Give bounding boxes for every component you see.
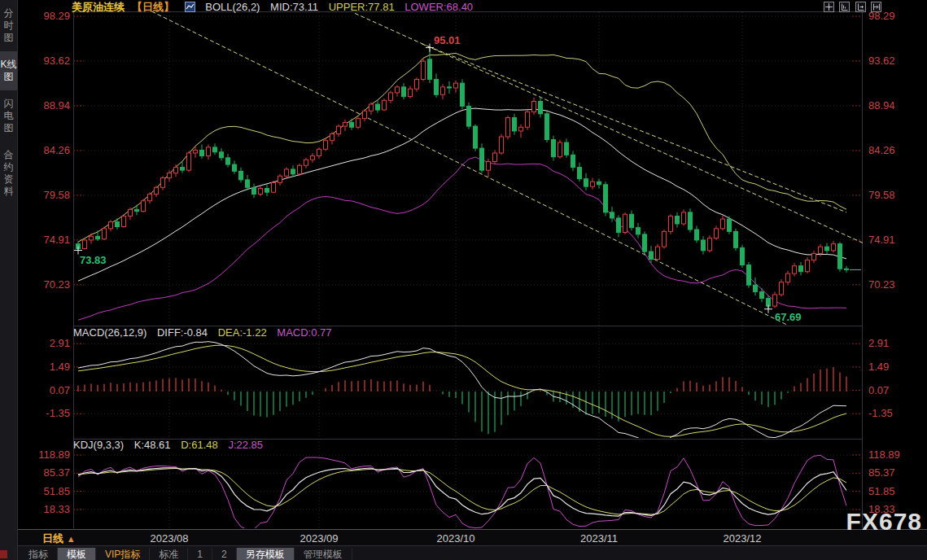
- pane-add-icon[interactable]: [871, 2, 881, 12]
- kdj-j-readout: J:22.85: [228, 439, 263, 451]
- candle-body: [461, 83, 465, 106]
- y-axis-label: -1.35: [866, 407, 925, 419]
- candle-body: [747, 265, 751, 286]
- candle-body: [168, 173, 172, 178]
- candle-body: [376, 104, 380, 110]
- candle-body: [480, 148, 484, 170]
- candle-body: [337, 126, 341, 133]
- y-axis-label: 51.85: [866, 485, 925, 497]
- candle-body: [597, 182, 601, 185]
- x-axis-date-label: 2023/08: [143, 532, 195, 545]
- candle-body: [689, 212, 693, 230]
- period-select-button[interactable]: 日线 ▲: [42, 532, 76, 546]
- candle-body: [155, 187, 159, 194]
- y-axis-label: 2.91: [866, 337, 925, 349]
- candle-body: [571, 155, 575, 167]
- axis-scale-icon[interactable]: [839, 2, 850, 12]
- candle-body: [226, 158, 230, 164]
- candle-body: [311, 156, 315, 160]
- candle-body: [702, 240, 706, 251]
- y-axis-label: 74.91: [18, 234, 70, 246]
- candle-body: [819, 247, 823, 253]
- toolbar-item-1[interactable]: 1: [188, 548, 212, 560]
- symbol-name: 美原油连续: [72, 1, 125, 13]
- chart-header: 美原油连续【日线】 BOLL(26,2) MID:73.11 UPPER:77.…: [18, 0, 927, 14]
- candle-body: [474, 126, 478, 148]
- axis-shift-icon[interactable]: [855, 2, 866, 12]
- candle-body: [734, 231, 738, 247]
- fx678-watermark: FX678: [846, 508, 922, 536]
- candle-body: [454, 83, 458, 88]
- candle-body: [409, 89, 413, 96]
- y-axis-label: 18.33: [18, 503, 70, 515]
- crosshair-icon[interactable]: [824, 2, 834, 12]
- candle-body: [90, 236, 94, 240]
- candle-body: [441, 87, 445, 94]
- candle-body: [448, 87, 452, 88]
- y-axis-label: 79.58: [866, 189, 925, 201]
- y-axis-label: 85.37: [866, 466, 925, 479]
- y-axis-label: 93.62: [18, 55, 70, 67]
- kdj-k-readout: K:48.61: [134, 439, 171, 451]
- candle-body: [526, 112, 530, 127]
- boll-lower-line: [78, 157, 846, 320]
- candle-body: [363, 111, 367, 118]
- candle-body: [109, 222, 113, 229]
- toolbar-item-save-template[interactable]: 另存模板: [237, 548, 295, 560]
- candle-body: [285, 169, 289, 176]
- macd-macd-readout: MACD:0.77: [277, 326, 331, 339]
- toolbar-item-manage-template[interactable]: 管理模板: [295, 548, 352, 560]
- candle-body: [669, 217, 673, 232]
- candle-body: [845, 269, 849, 269]
- candle-body: [233, 164, 237, 171]
- candle-body: [350, 122, 354, 127]
- y-axis-label: 88.94: [866, 99, 925, 112]
- candle-body: [513, 117, 517, 130]
- candle-body: [135, 209, 139, 211]
- sidebar-item-time-share[interactable]: 分时图: [0, 0, 17, 51]
- candle-body: [467, 106, 471, 126]
- macd-indicator-label: MACD(26,12,9): [73, 326, 146, 339]
- candle-body: [422, 61, 426, 79]
- candle-body: [636, 228, 641, 234]
- y-axis-label: 1.49: [866, 361, 925, 373]
- x-axis-row: 日线 ▲ 2023/082023/092023/102023/112023/12: [18, 529, 927, 545]
- candle-body: [793, 266, 797, 273]
- sidebar-item-lightning[interactable]: 闪电图: [0, 90, 17, 142]
- x-axis-date-label: 2023/11: [573, 532, 625, 545]
- kdj-d-readout: D:61.48: [181, 439, 218, 451]
- candle-body: [558, 142, 562, 157]
- candle-body: [682, 212, 686, 224]
- toolbar-item-standard[interactable]: 标准: [150, 548, 188, 560]
- toolbar-item-2[interactable]: 2: [212, 548, 237, 560]
- corner-marker: [0, 550, 7, 558]
- candle-body: [259, 188, 263, 194]
- candle-body: [148, 195, 152, 201]
- chart-main: 美原油连续【日线】 BOLL(26,2) MID:73.11 UPPER:77.…: [18, 0, 927, 560]
- candle-body: [207, 147, 211, 156]
- candle-body: [317, 149, 321, 155]
- candle-body: [623, 214, 627, 232]
- toolbar-item-template[interactable]: 模板: [58, 548, 96, 560]
- trendline-2[interactable]: [355, 13, 863, 246]
- sidebar-item-contract-info[interactable]: 合约资料: [0, 142, 17, 205]
- candle-body: [415, 79, 419, 89]
- toolbar-item-indicator[interactable]: 指标: [20, 548, 58, 560]
- trendline-3[interactable]: [422, 44, 846, 212]
- candle-body: [500, 137, 504, 153]
- y-axis-label: 0.07: [866, 384, 925, 396]
- sidebar-item-kline[interactable]: K线图: [0, 51, 17, 90]
- candle-body: [832, 244, 836, 251]
- candle-body: [754, 285, 758, 291]
- candle-body: [532, 102, 536, 112]
- macd-label-row: MACD(26,12,9) DIFF:-0.84 DEA:-1.22 MACD:…: [73, 326, 339, 339]
- kdj-indicator-label: KDJ(9,3,3): [73, 439, 124, 451]
- candle-body: [239, 171, 243, 180]
- y-axis-label: 0.07: [18, 384, 70, 396]
- period-tag: 【日线】: [132, 1, 174, 13]
- candle-body: [630, 214, 634, 227]
- price-annotation: 73.83: [80, 254, 107, 266]
- candle-body: [402, 87, 406, 97]
- toolbar-item-vip-indicator[interactable]: VIP指标: [96, 548, 150, 560]
- macd-diff-readout: DIFF:-0.84: [157, 326, 208, 339]
